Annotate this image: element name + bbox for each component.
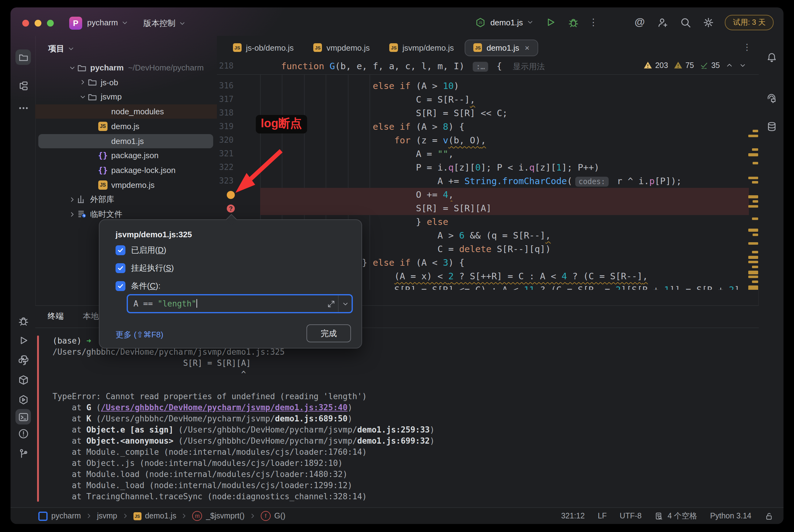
maximize-window-button[interactable] bbox=[47, 20, 54, 26]
tool-window-button-more-tool-windows[interactable] bbox=[16, 100, 31, 116]
pycharm-window: P pycharm 版本控制 JS demo1.js ⋮ @ bbox=[11, 7, 783, 524]
breadcrumb-G()[interactable]: fG() bbox=[261, 511, 285, 521]
close-window-button[interactable] bbox=[22, 20, 29, 26]
tree-item-package-lock.json[interactable]: {}package-lock.json bbox=[35, 163, 217, 177]
checkbox-checked-icon[interactable] bbox=[116, 281, 126, 291]
editor-tab-js-ob/demo.js[interactable]: JSjs-ob/demo.js bbox=[224, 39, 302, 56]
code-token: (b, O) bbox=[448, 135, 481, 145]
tree-item-demo1.js[interactable]: JSdemo1.js bbox=[35, 134, 217, 148]
run-button[interactable] bbox=[545, 16, 557, 28]
settings-icon[interactable] bbox=[702, 16, 715, 28]
debug-button[interactable] bbox=[568, 16, 580, 28]
terminal-text: K bbox=[87, 414, 92, 423]
code-token: O += bbox=[416, 190, 443, 200]
terminal-tab-本地[interactable]: 本地 bbox=[83, 311, 99, 322]
editor-tab-demo1.js[interactable]: JSdemo1.js× bbox=[465, 39, 538, 56]
log-breakpoint-annotation: log断点 bbox=[256, 115, 307, 133]
terminal-line: at Object.<anonymous> (/Users/ghbbhc/Dev… bbox=[53, 436, 756, 447]
chevron-right-icon[interactable] bbox=[68, 210, 77, 218]
navigate-up-icon[interactable] bbox=[725, 61, 734, 69]
tool-window-button-structure[interactable] bbox=[16, 78, 31, 93]
tree-item-外部库[interactable]: 外部库 bbox=[35, 192, 217, 207]
tree-item-package.json[interactable]: {}package.json bbox=[35, 148, 217, 163]
tool-window-button-python-console[interactable] bbox=[16, 352, 31, 368]
tool-window-button-debug[interactable] bbox=[16, 312, 31, 328]
code-with-me-icon[interactable] bbox=[657, 16, 669, 28]
breakpoint-option-S[interactable]: 挂起执行(S) bbox=[116, 263, 174, 274]
code-token: codes: bbox=[575, 177, 609, 187]
status-indent[interactable]: 4 个空格 bbox=[655, 511, 697, 521]
breadcrumb-demo1.js[interactable]: JSdemo1.js bbox=[133, 512, 176, 520]
navigate-down-icon[interactable] bbox=[739, 61, 746, 69]
terminal-text: Object.<anonymous> bbox=[87, 436, 174, 445]
editor-tab-vmpdemo.js[interactable]: JSvmpdemo.js bbox=[305, 39, 378, 56]
project-panel-header[interactable]: 项目 bbox=[48, 43, 75, 54]
status-caret-position[interactable]: 321:12 bbox=[561, 512, 585, 520]
pycharm-logo[interactable]: P bbox=[69, 17, 82, 30]
tool-window-button-database[interactable] bbox=[764, 119, 779, 134]
breakpoint-option-D[interactable]: 已启用(D) bbox=[116, 245, 166, 256]
tool-window-button-terminal[interactable] bbox=[16, 409, 31, 424]
main-menu-vcs[interactable]: 版本控制 bbox=[143, 18, 186, 29]
code-token: "" bbox=[437, 149, 448, 159]
tree-item-js-ob[interactable]: js-ob bbox=[35, 75, 217, 89]
ai-assistant-icon[interactable]: @ bbox=[634, 16, 646, 28]
terminal-text: (/Users/ghbbhc/DevHome/pycharm/jsvmp/ bbox=[173, 436, 357, 445]
breadcrumb-jsvmp[interactable]: jsvmp bbox=[97, 512, 117, 520]
done-button[interactable]: 完成 bbox=[306, 324, 351, 342]
editor-tab-jsvmp/demo.js[interactable]: JSjsvmp/demo.js bbox=[381, 39, 462, 56]
status-line-separator[interactable]: LF bbox=[598, 512, 607, 520]
code-token: [P]); bbox=[655, 176, 682, 186]
breadcrumb-pycharm[interactable]: pycharm bbox=[38, 511, 81, 520]
terminal-tab-终端[interactable]: 终端 bbox=[48, 311, 64, 322]
tree-item-node_modules[interactable]: node_moduleslibrary root bbox=[35, 104, 217, 119]
more-options-link[interactable]: 更多 (⇧⌘F8) bbox=[116, 329, 164, 340]
error-block-indicator bbox=[37, 336, 39, 502]
chevron-down-icon[interactable] bbox=[68, 63, 77, 72]
status-encoding[interactable]: UTF-8 bbox=[620, 512, 642, 520]
code-token: 2 bbox=[616, 285, 621, 290]
condition-input[interactable]: A == "length" bbox=[127, 294, 353, 313]
breadcrumb-_$jsvmprt()[interactable]: m_$jsvmprt() bbox=[192, 511, 245, 521]
checkbox-checked-icon[interactable] bbox=[116, 263, 126, 273]
status-readonly-toggle[interactable] bbox=[764, 511, 774, 520]
titlebar: P pycharm 版本控制 JS demo1.js ⋮ @ bbox=[11, 7, 783, 36]
tool-window-button-problems[interactable] bbox=[16, 426, 31, 441]
condition-history-chevron-icon[interactable] bbox=[339, 298, 352, 310]
tool-window-button-services[interactable] bbox=[16, 392, 31, 407]
chevron-right-icon[interactable] bbox=[78, 78, 87, 87]
search-everywhere-icon[interactable] bbox=[679, 16, 692, 28]
terminal-text: at bbox=[53, 403, 87, 412]
terminal-text: demo1.js:699:32 bbox=[357, 436, 430, 445]
tree-item-demo.js[interactable]: JSdemo.js bbox=[35, 119, 217, 133]
expand-editor-icon[interactable] bbox=[325, 298, 337, 310]
breadcrumb-separator-icon bbox=[181, 512, 188, 520]
tool-window-button-notifications[interactable] bbox=[764, 50, 779, 65]
tree-item-pycharm[interactable]: pycharm~/DevHome/pycharm bbox=[35, 60, 217, 75]
minimize-window-button[interactable] bbox=[35, 20, 41, 26]
line-number: 319 bbox=[217, 120, 233, 133]
tool-window-button-ai-assistant[interactable] bbox=[764, 90, 779, 105]
tool-window-button-project[interactable] bbox=[16, 50, 31, 65]
tool-window-button-python-packages[interactable] bbox=[16, 372, 31, 387]
conditional-breakpoint-icon[interactable]: ? bbox=[227, 204, 235, 212]
tree-item-vmpdemo.js[interactable]: JSvmpdemo.js bbox=[35, 178, 217, 192]
run-configuration-selector[interactable]: JS demo1.js bbox=[474, 16, 534, 28]
main-menu-pycharm[interactable]: pycharm bbox=[87, 18, 129, 27]
tab-options-icon[interactable]: ⋮ bbox=[743, 42, 751, 52]
stack-trace-link[interactable]: /Users/ghbbhc/DevHome/pycharm/jsvmp/demo… bbox=[101, 403, 347, 412]
checkbox-checked-icon[interactable] bbox=[116, 245, 126, 255]
more-actions-button[interactable]: ⋮ bbox=[590, 16, 597, 28]
breakpoint-option-C[interactable]: 条件(C): bbox=[116, 281, 160, 292]
chevron-down-icon[interactable] bbox=[78, 93, 87, 101]
trial-badge[interactable]: 试用: 3 天 bbox=[725, 15, 774, 30]
tool-window-button-version-control[interactable] bbox=[16, 445, 31, 461]
close-tab-icon[interactable]: × bbox=[525, 43, 529, 52]
tree-item-jsvmp[interactable]: jsvmp bbox=[35, 90, 217, 104]
log-breakpoint-icon[interactable] bbox=[227, 191, 235, 198]
inspections-widget[interactable]: 2037535 bbox=[644, 60, 746, 70]
chevron-right-icon[interactable] bbox=[68, 195, 77, 204]
tool-window-button-run[interactable] bbox=[16, 332, 31, 348]
error-stripe-mark bbox=[748, 135, 758, 137]
status-interpreter[interactable]: Python 3.14 bbox=[710, 512, 751, 520]
